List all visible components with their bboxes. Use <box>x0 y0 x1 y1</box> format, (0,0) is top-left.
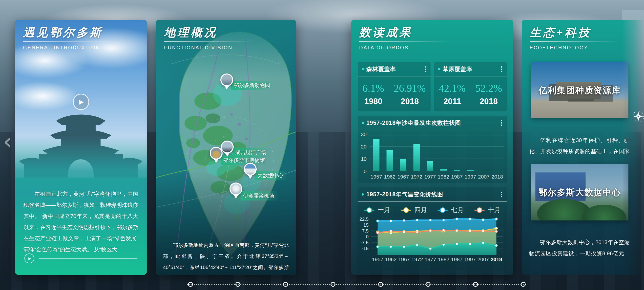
eco-paragraph-2: 鄂尔多斯大数据中心，2013年在空港物流园区投资建设，一期投资8.96亿元，建筑… <box>529 237 630 260</box>
svg-text:2018: 2018 <box>491 174 503 179</box>
sandstorm-bar-chart-card: 1957-2018年沙尘暴发生次数柱状图 0 10 20 30195719621… <box>358 116 507 183</box>
card-title: 1957-2018年气温变化折线图 <box>366 191 498 198</box>
bar <box>440 169 447 171</box>
timeline-node[interactable] <box>330 282 336 287</box>
panel-geography: 鄂尔多斯动物园 成吉思汗广场 鄂尔多斯市博物馆 大数据中心 <box>156 20 296 275</box>
stat-value: 26.91% <box>394 82 426 94</box>
panel-eco-technology: 生态+科技 ECO+TECHNOLOGY 亿利集团种质资源库 亿利在综合近30年… <box>522 20 644 275</box>
card-title: 森林覆盖率 <box>366 65 421 73</box>
svg-text:1957: 1957 <box>370 174 382 179</box>
svg-text:1987: 1987 <box>451 257 463 262</box>
play-icon: ▶ <box>28 257 31 260</box>
panel-title: 数读成果 <box>359 26 448 39</box>
svg-text:15: 15 <box>364 222 368 228</box>
more-menu-icon[interactable] <box>424 65 426 73</box>
marker-tail <box>214 159 218 163</box>
audio-play-button[interactable]: ▶ <box>24 254 34 263</box>
bar <box>373 139 380 171</box>
data-point <box>456 230 458 232</box>
stat-year: 2011 <box>439 97 466 106</box>
data-point <box>403 219 405 222</box>
svg-text:-7.5: -7.5 <box>360 240 368 245</box>
more-menu-icon[interactable] <box>500 119 503 127</box>
legend-line-icon <box>474 210 485 211</box>
svg-text:1982: 1982 <box>438 257 449 262</box>
legend-dot-icon <box>366 207 372 213</box>
timeline-node[interactable] <box>473 282 478 287</box>
stat-year: 2018 <box>394 97 426 106</box>
panel-general-introduction: 遇见鄂尔多斯 GENERAL INTRODUXTION ▶ 在祖国正北方，黄河“… <box>15 20 147 275</box>
legend-item[interactable]: 十月 <box>474 206 500 214</box>
marker-photo-frame <box>244 163 257 176</box>
timeline-node[interactable] <box>378 282 383 287</box>
legend-item[interactable]: 四月 <box>401 206 427 214</box>
marker-tail <box>248 175 253 179</box>
play-icon: ▶ <box>79 98 84 105</box>
timeline-node[interactable] <box>188 282 193 287</box>
eco-image-germplasm-bank[interactable]: 亿利集团种质资源库 <box>531 62 628 118</box>
svg-text:7.5: 7.5 <box>362 228 368 234</box>
data-point <box>495 227 498 230</box>
stat-value: 42.1% <box>439 82 466 94</box>
card-title: 1957-2018年沙尘暴发生次数柱状图 <box>366 119 498 127</box>
svg-text:2007: 2007 <box>478 174 490 179</box>
map-marker-pin[interactable] <box>210 147 224 165</box>
stat-cards-row: 森林覆盖率 6.1% 1980 26.91% 2018 草原覆盖率 42.1% … <box>358 62 507 111</box>
bar <box>386 150 393 171</box>
compass-icon[interactable] <box>632 110 644 123</box>
carousel-left-arrow[interactable]: ‹ <box>3 130 12 153</box>
card-header: 1957-2018年沙尘暴发生次数柱状图 <box>358 116 507 130</box>
svg-text:1997: 1997 <box>465 174 476 179</box>
legend-dot-icon <box>440 207 446 213</box>
temperature-line-chart: 22.5 15 7.5 0 -7.5 -15 19571962196719721… <box>358 214 507 263</box>
timeline-node[interactable] <box>283 282 288 287</box>
legend-line-icon <box>438 210 448 211</box>
stat-card: 森林覆盖率 6.1% 1980 26.91% 2018 <box>358 62 430 111</box>
svg-text:2018: 2018 <box>490 257 502 262</box>
eco-image-big-data-center[interactable]: 鄂尔多斯大数据中心 <box>531 164 628 220</box>
svg-text:1957: 1957 <box>372 257 384 262</box>
data-point <box>403 245 405 248</box>
map-marker-pin[interactable] <box>220 73 234 92</box>
legend-label: 七月 <box>451 206 464 214</box>
legend-line-icon <box>364 210 374 211</box>
legend-item[interactable]: 七月 <box>438 206 464 214</box>
timeline-node[interactable] <box>521 282 526 287</box>
map-marker-pin[interactable] <box>230 182 243 201</box>
svg-text:0: 0 <box>364 168 366 174</box>
marker-photo-frame <box>220 73 233 86</box>
timeline-node[interactable] <box>236 282 240 287</box>
audio-progress-bar[interactable] <box>39 258 137 259</box>
more-menu-icon[interactable] <box>500 65 503 73</box>
map-marker-pin[interactable] <box>244 163 258 181</box>
bar <box>454 170 460 171</box>
data-point <box>442 229 445 232</box>
carousel-timeline <box>187 282 526 287</box>
legend-dot-icon <box>477 207 482 213</box>
svg-text:1977: 1977 <box>424 174 436 179</box>
bar <box>427 161 433 171</box>
legend-label: 十月 <box>488 206 500 214</box>
legend-item[interactable]: 一月 <box>364 206 390 214</box>
more-menu-icon[interactable] <box>500 190 503 199</box>
timeline-node[interactable] <box>426 282 430 287</box>
video-play-button[interactable]: ▶ <box>73 94 89 110</box>
data-point <box>456 218 458 220</box>
stat-card: 草原覆盖率 42.1% 2011 52.2% 2018 <box>434 62 507 111</box>
marker-photo-frame <box>210 147 222 159</box>
svg-text:20: 20 <box>361 144 366 149</box>
map-marker-label: 伊金霍洛机场 <box>240 191 278 200</box>
marker-photo <box>221 74 232 85</box>
data-point <box>495 230 498 233</box>
bar <box>400 159 406 171</box>
kiosk-screen: 遇见鄂尔多斯 GENERAL INTRODUXTION ▶ 在祖国正北方，黄河“… <box>0 0 644 290</box>
bullet-dot-icon <box>438 68 440 70</box>
stat-value-group: 42.1% 2011 <box>439 82 466 106</box>
card-header: 森林覆盖率 <box>358 62 430 76</box>
chart-legend: 一月 四月 七月 十月 <box>358 202 507 214</box>
bullet-dot-icon <box>362 68 364 70</box>
card-title: 草原覆盖率 <box>443 65 498 73</box>
svg-text:1982: 1982 <box>438 174 449 179</box>
panel-title: 地理概况 <box>164 26 253 39</box>
data-point <box>469 230 471 232</box>
